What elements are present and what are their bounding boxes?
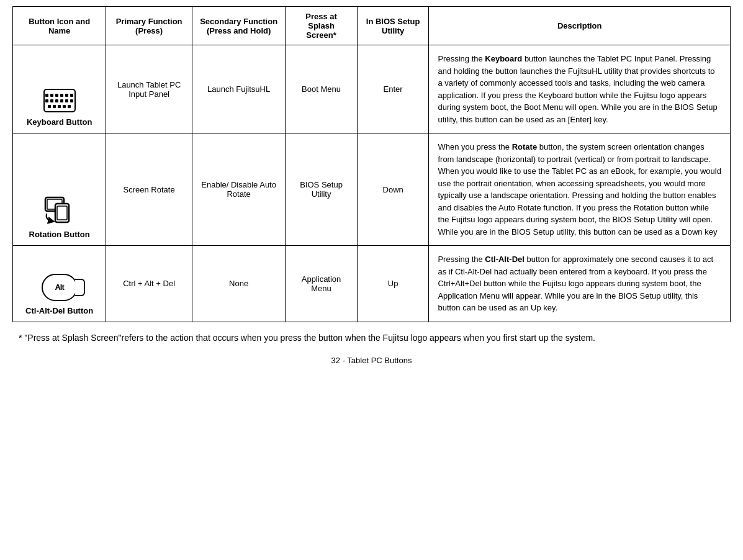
rotation-secondary: Enable/ Disable Auto Rotate (192, 133, 285, 246)
ctrlaltdel-description: Pressing the Ctl-Alt-Del button for appr… (429, 246, 731, 322)
header-secondary-function: Secondary Function (Press and Hold) (192, 7, 285, 45)
table-row: Rotation Button Screen Rotate Enable/ Di… (13, 133, 731, 246)
keyboard-desc-bold: Keyboard (485, 54, 522, 63)
ctrlaltdel-button-label: Ctl-Alt-Del Button (25, 306, 93, 315)
ctrlaltdel-desc-bold: Ctl-Alt-Del (485, 255, 525, 264)
ctrlaltdel-desc-text1: Pressing the (438, 255, 485, 264)
table-row: Alt Ctl-Alt-Del Button Ctrl + Alt + Del … (13, 246, 731, 322)
rotation-bios: Down (357, 133, 429, 246)
rotation-desc-text1: When you press the (438, 142, 511, 151)
header-button-icon-name: Button Icon and Name (13, 7, 106, 45)
rotation-description: When you press the Rotate button, the sy… (429, 133, 731, 246)
keyboard-icon (43, 89, 76, 112)
keyboard-bios: Enter (357, 45, 429, 133)
keyboard-secondary: Launch FujitsuHL (192, 45, 285, 133)
ctrlaltdel-icon: Alt (42, 274, 78, 301)
keyboard-description: Pressing the Keyboard button launches th… (429, 45, 731, 133)
header-primary-function: Primary Function (Press) (106, 7, 192, 45)
ctrlaltdel-splash: Application Menu (286, 246, 358, 322)
rotation-desc-text2: button, the system screen orientation ch… (438, 142, 721, 237)
keyboard-primary: Launch Tablet PC Input Panel (106, 45, 192, 133)
ctrlaltdel-button-cell: Alt Ctl-Alt-Del Button (13, 246, 106, 322)
ctrlaltdel-icon-text: Alt (55, 282, 63, 292)
keyboard-splash: Boot Menu (286, 45, 358, 133)
ctrlaltdel-bios: Up (357, 246, 429, 322)
keyboard-button-label: Keyboard Button (27, 117, 92, 127)
header-splash-screen: Press at Splash Screen* (286, 7, 358, 45)
table-row: Keyboard Button Launch Tablet PC Input P… (13, 45, 731, 133)
rotation-button-cell: Rotation Button (13, 133, 106, 246)
ctrlaltdel-secondary: None (192, 246, 285, 322)
keyboard-desc-text1: Pressing the (438, 54, 485, 63)
ctrlaltdel-primary: Ctrl + Alt + Del (106, 246, 192, 322)
footnote: * "Press at Splash Screen"refers to the … (12, 331, 731, 345)
keyboard-desc-text2: button launches the Tablet PC Input Pane… (438, 54, 717, 124)
rotation-button-label: Rotation Button (29, 230, 90, 239)
header-description: Description (429, 7, 731, 45)
header-bios-utility: In BIOS Setup Utility (357, 7, 429, 45)
rotation-desc-bold: Rotate (512, 142, 537, 151)
rotation-icon (44, 192, 75, 225)
rotation-primary: Screen Rotate (106, 133, 192, 246)
page-number: 32 - Tablet PC Buttons (12, 356, 731, 365)
rotation-splash: BIOS Setup Utility (286, 133, 358, 246)
keyboard-button-cell: Keyboard Button (13, 45, 106, 133)
